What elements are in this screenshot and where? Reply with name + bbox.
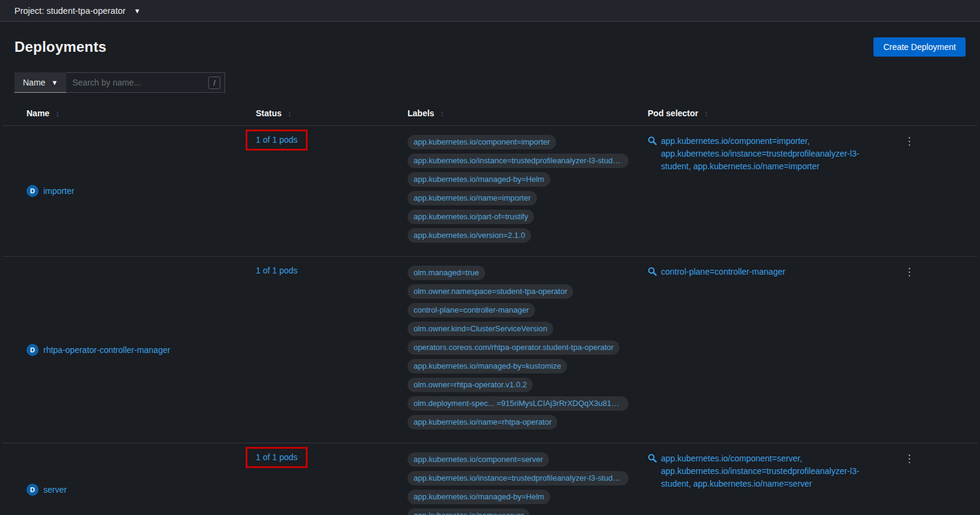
search-box: /	[66, 72, 225, 93]
column-header-status: Status ↕	[246, 102, 398, 125]
label-badge[interactable]: operators.coreos.com/rhtpa-operator.stud…	[408, 340, 619, 355]
sort-icon[interactable]: ↕	[704, 109, 709, 118]
project-selector-label: Project: student-tpa-operator	[14, 6, 126, 16]
label-badge[interactable]: olm.managed=true	[408, 266, 485, 280]
table-row: D importer 1 of 1 pods app.kubernetes.io…	[2, 126, 978, 257]
label-badge[interactable]: app.kubernetes.io/name=importer	[408, 191, 537, 205]
sort-icon[interactable]: ↕	[440, 109, 444, 118]
deployment-name-link[interactable]: importer	[43, 186, 74, 196]
search-input[interactable]	[66, 73, 225, 92]
table-row: D rhtpa-operator-controller-manager 1 of…	[2, 257, 978, 443]
label-badge[interactable]: olm.deployment-spec... =915riMysLCIAj3rR…	[408, 396, 628, 411]
labels-cell: app.kubernetes.io/component=serverapp.ku…	[398, 443, 638, 515]
label-badge[interactable]: app.kubernetes.io/managed-by=Helm	[408, 172, 550, 187]
labels-cell: app.kubernetes.io/component=importerapp.…	[398, 126, 638, 256]
project-selector[interactable]: Project: student-tpa-operator ▼	[14, 6, 140, 16]
page-title: Deployments	[14, 39, 107, 55]
actions-cell: ⋮	[885, 126, 963, 256]
label-badge[interactable]: app.kubernetes.io/instance=trustedprofil…	[408, 154, 628, 168]
deployment-resource-icon: D	[26, 344, 39, 356]
search-icon	[648, 267, 657, 276]
kebab-menu-button[interactable]: ⋮	[899, 451, 919, 466]
chevron-down-icon: ▼	[134, 7, 141, 14]
pod-selector-cell: app.kubernetes.io/component=server, app.…	[638, 443, 885, 515]
sort-icon[interactable]: ↕	[288, 109, 292, 118]
label-badge[interactable]: olm.owner.kind=ClusterServiceVersion	[408, 322, 553, 336]
deployment-name-link[interactable]: rhtpa-operator-controller-manager	[43, 345, 170, 355]
create-deployment-button[interactable]: Create Deployment	[873, 37, 966, 57]
label-badge[interactable]: olm.owner=rhtpa-operator.v1.0.2	[408, 378, 533, 392]
name-cell: D rhtpa-operator-controller-manager	[17, 257, 246, 443]
status-cell: 1 of 1 pods	[246, 443, 398, 515]
actions-cell: ⋮	[885, 443, 963, 515]
filter-toolbar: Name ▼ /	[0, 70, 980, 102]
status-cell: 1 of 1 pods	[246, 257, 398, 443]
search-icon	[648, 454, 657, 463]
labels-cell: olm.managed=trueolm.owner.namespace=stud…	[398, 257, 638, 443]
column-header-pod-selector: Pod selector ↕	[638, 102, 885, 125]
name-cell: D server	[17, 443, 246, 515]
label-badge[interactable]: control-plane=controller-manager	[408, 303, 535, 317]
deployment-resource-icon: D	[26, 484, 39, 496]
deployment-resource-icon: D	[26, 185, 39, 197]
pod-status-link[interactable]: 1 of 1 pods	[256, 266, 297, 275]
search-icon	[648, 136, 657, 145]
table-header-row: Name ↕ Status ↕ Labels ↕ Pod selector ↕	[2, 102, 978, 126]
pod-status-link[interactable]: 1 of 1 pods	[256, 452, 297, 462]
label-badge[interactable]: app.kubernetes.io/instance=trustedprofil…	[408, 471, 628, 485]
kebab-menu-button[interactable]: ⋮	[899, 264, 919, 279]
search-shortcut-hint: /	[208, 76, 220, 89]
pod-selector-link[interactable]: control-plane=controller-manager	[661, 266, 786, 278]
column-header-actions	[885, 102, 963, 125]
chevron-down-icon: ▼	[51, 79, 58, 86]
actions-cell: ⋮	[885, 257, 963, 443]
pod-selector-link[interactable]: app.kubernetes.io/component=server, app.…	[661, 452, 875, 490]
column-header-name: Name ↕	[17, 102, 246, 125]
label-badge[interactable]: app.kubernetes.io/managed-by=kustomize	[408, 359, 567, 373]
annotation-highlight-box: 1 of 1 pods	[246, 130, 308, 151]
project-bar: Project: student-tpa-operator ▼	[0, 0, 980, 22]
page-header: Deployments Create Deployment	[0, 22, 980, 70]
pod-selector-cell: control-plane=controller-manager	[638, 257, 885, 443]
deployment-name-link[interactable]: server	[43, 485, 67, 495]
pod-selector-link[interactable]: app.kubernetes.io/component=importer, ap…	[661, 135, 875, 173]
name-cell: D importer	[17, 126, 246, 256]
label-badge[interactable]: app.kubernetes.io/name=rhtpa-operator	[408, 415, 557, 429]
kebab-menu-button[interactable]: ⋮	[899, 134, 919, 149]
status-cell: 1 of 1 pods	[246, 126, 398, 256]
annotation-highlight-box: 1 of 1 pods	[246, 447, 308, 468]
label-badge[interactable]: app.kubernetes.io/managed-by=Helm	[408, 490, 550, 504]
pod-status-link[interactable]: 1 of 1 pods	[256, 135, 297, 145]
sort-icon[interactable]: ↕	[55, 109, 60, 118]
label-badge[interactable]: app.kubernetes.io/name=server	[408, 508, 530, 515]
table-row: D server 1 of 1 pods app.kubernetes.io/c…	[2, 443, 978, 515]
label-badge[interactable]: app.kubernetes.io/version=2.1.0	[408, 228, 531, 243]
column-header-labels: Labels ↕	[398, 102, 638, 125]
deployments-table: Name ↕ Status ↕ Labels ↕ Pod selector ↕ …	[0, 102, 980, 515]
filter-type-dropdown[interactable]: Name ▼	[14, 72, 66, 93]
label-badge[interactable]: app.kubernetes.io/component=server	[408, 452, 549, 467]
pod-selector-cell: app.kubernetes.io/component=importer, ap…	[638, 126, 885, 256]
label-badge[interactable]: app.kubernetes.io/component=importer	[408, 135, 556, 149]
label-badge[interactable]: olm.owner.namespace=student-tpa-operator	[408, 284, 573, 299]
filter-type-label: Name	[23, 78, 45, 87]
label-badge[interactable]: app.kubernetes.io/part-of=trustify	[408, 210, 534, 224]
